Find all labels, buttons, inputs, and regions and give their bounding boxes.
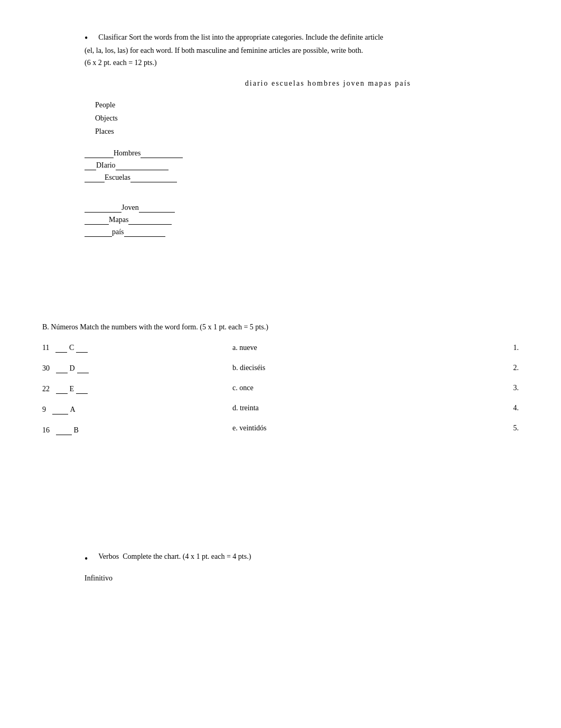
section-c-text: Verbos Complete the chart. (4 x 1 pt. ea…: [98, 552, 251, 561]
categories-block: People Objects Places: [95, 98, 519, 139]
matching-area: 11 C 30 D 22: [42, 344, 519, 447]
instruction-line1: Clasificar Sort the words from the list …: [98, 32, 383, 43]
bullet-line: • Clasificar Sort the words from the lis…: [85, 32, 519, 45]
option-b: b. dieciséis: [232, 364, 391, 372]
section-b: B. Números Match the numbers with the wo…: [42, 321, 519, 447]
section-b-label: B. Números: [42, 323, 78, 331]
word-list: diario escuelas hombres joven mapas país: [137, 79, 519, 88]
number-list: 1. 2. 3. 4. 5.: [513, 344, 519, 444]
category-places: Places: [95, 125, 519, 138]
ans-b: B: [74, 426, 79, 435]
bullet-a: •: [85, 32, 88, 45]
answer-row-pais: país: [85, 228, 519, 237]
num-label-2: 2.: [513, 364, 519, 372]
ans-a: A: [70, 406, 76, 414]
num-9: 9: [42, 406, 46, 414]
word-hombres: Hombres: [114, 149, 141, 158]
match-row-16: 16 B: [42, 426, 201, 435]
num-label-3: 3.: [513, 384, 519, 392]
section-b-instruction: B. Números Match the numbers with the wo…: [42, 321, 519, 333]
num-22: 22: [42, 385, 50, 393]
matching-columns: 11 C 30 D 22: [42, 344, 519, 447]
right-column: a. nueve b. dieciséis c. once d. treinta…: [232, 344, 391, 447]
answer-row-diario: DIario: [85, 161, 519, 170]
places-answers: Joven Mapas país: [85, 204, 519, 237]
option-d: d. treinta: [232, 404, 391, 412]
num-30: 30: [42, 364, 50, 373]
instruction-block: • Clasificar Sort the words from the lis…: [85, 32, 519, 69]
verbos-instruction: Complete the chart. (4 x 1 pt. each = 4 …: [123, 552, 251, 560]
people-answers: Hombres DIario Escuelas: [85, 149, 519, 182]
left-column: 11 C 30 D 22: [42, 344, 201, 447]
match-row-30: 30 D: [42, 364, 201, 373]
match-row-11: 11 C: [42, 344, 201, 353]
answer-row-joven: Joven: [85, 204, 519, 213]
section-a: • Clasificar Sort the words from the lis…: [42, 32, 519, 237]
infinitivo-label: Infinitivo: [85, 574, 519, 583]
option-e: e. veintidós: [232, 424, 391, 432]
verbos-label: Verbos: [98, 552, 119, 560]
section-b-text: Match the numbers with the word form. (5…: [80, 323, 268, 331]
option-a: a. nueve: [232, 344, 391, 352]
option-c: c. once: [232, 384, 391, 392]
bullet-c: •: [85, 552, 88, 566]
category-people: People: [95, 98, 519, 112]
section-c: • Verbos Complete the chart. (4 x 1 pt. …: [42, 552, 519, 583]
num-label-5: 5.: [513, 424, 519, 432]
num-label-4: 4.: [513, 404, 519, 412]
ans-c: C: [69, 344, 74, 352]
match-row-22: 22 E: [42, 385, 201, 394]
num-16: 16: [42, 426, 50, 435]
answer-row-escuelas: Escuelas: [85, 173, 519, 182]
word-pais: país: [112, 228, 124, 236]
word-escuelas: Escuelas: [105, 173, 130, 182]
instruction-line2: (el, la, los, las) for each word. If bot…: [85, 45, 519, 57]
word-joven: Joven: [121, 204, 139, 212]
answer-row-hombres: Hombres: [85, 149, 519, 158]
ans-e: E: [70, 385, 74, 393]
match-row-9: 9 A: [42, 406, 201, 414]
section-c-instruction: • Verbos Complete the chart. (4 x 1 pt. …: [85, 552, 519, 566]
ans-d: D: [70, 364, 75, 373]
word-diario: DIario: [96, 161, 116, 170]
word-mapas: Mapas: [109, 216, 128, 224]
category-objects: Objects: [95, 112, 519, 125]
instruction-line3: (6 x 2 pt. each = 12 pts.): [85, 57, 519, 69]
num-label-1: 1.: [513, 344, 519, 352]
answer-row-mapas: Mapas: [85, 216, 519, 225]
num-11: 11: [42, 344, 49, 352]
